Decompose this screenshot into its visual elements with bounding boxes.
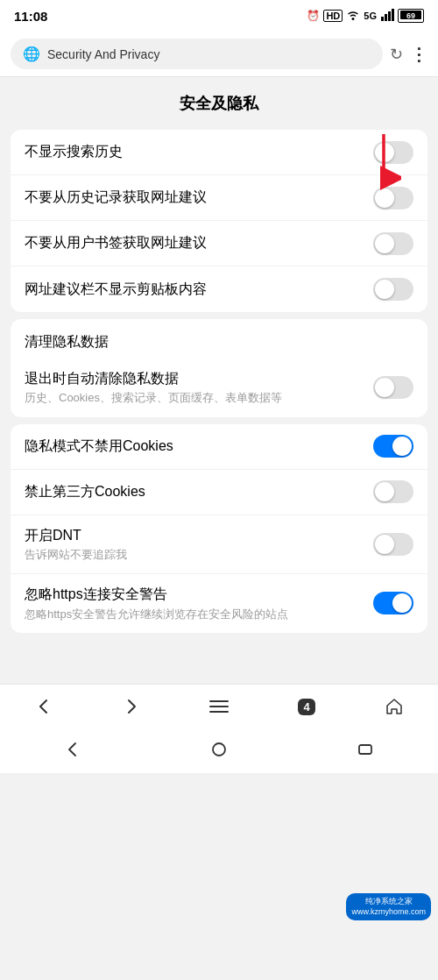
home-bar [0, 729, 438, 773]
card-clear-privacy: 清理隐私数据 退出时自动清除隐私数据 历史、Cookies、搜索记录、页面缓存、… [11, 319, 427, 417]
toggle-knob [392, 437, 412, 456]
setting-no-url-from-bookmarks[interactable]: 不要从用户书签获取网址建议 [11, 221, 427, 266]
setting-enable-dnt[interactable]: 开启DNT 告诉网站不要追踪我 [11, 515, 427, 575]
svg-rect-1 [381, 17, 384, 21]
card-cookies-privacy: 隐私模式不禁用Cookies 禁止第三方Cookies 开启DNT 告诉网站不要… [11, 424, 427, 633]
reload-button[interactable]: ↻ [390, 45, 403, 64]
android-home-button[interactable] [200, 734, 238, 765]
toggle-knob [392, 593, 412, 613]
hd-icon: HD [323, 10, 343, 22]
signal-icon: 5G [364, 11, 377, 21]
setting-label: 忽略https连接安全警告 [25, 585, 373, 604]
setting-ignore-https-warnings[interactable]: 忽略https连接安全警告 忽略https安全警告允许继续浏览存在安全风险的站点 [11, 574, 427, 633]
setting-label: 退出时自动清除隐私数据 [25, 369, 373, 388]
battery-icon: 69 [398, 9, 424, 23]
page-title: 安全及隐私 [180, 95, 258, 112]
setting-no-url-from-history[interactable]: 不要从历史记录获取网址建议 [11, 175, 427, 221]
back-button[interactable] [25, 691, 63, 722]
setting-label: 开启DNT [25, 526, 373, 545]
toggle-ignore-https-warnings[interactable] [373, 592, 413, 614]
menu-button[interactable] [200, 691, 238, 722]
toggle-knob [375, 188, 394, 208]
svg-point-0 [352, 18, 355, 20]
setting-label: 不显示搜索历史 [25, 142, 373, 161]
section-clear-privacy: 清理隐私数据 [11, 319, 427, 359]
toggle-no-clipboard-in-bar[interactable] [373, 278, 413, 301]
toggle-no-url-from-bookmarks[interactable] [373, 232, 413, 255]
setting-label: 不要从历史记录获取网址建议 [25, 188, 373, 207]
android-recents-button[interactable] [346, 734, 385, 765]
svg-rect-3 [388, 11, 391, 21]
setting-label: 网址建议栏不显示剪贴板内容 [25, 280, 373, 299]
toggle-knob [375, 234, 394, 253]
address-bar: 🌐 Security And Privacy ↻ ⋮ [0, 32, 438, 77]
setting-hide-search-history[interactable]: 不显示搜索历史 [11, 130, 427, 175]
wifi-icon [346, 9, 360, 24]
setting-auto-clear-on-exit[interactable]: 退出时自动清除隐私数据 历史、Cookies、搜索记录、页面缓存、表单数据等 [11, 359, 427, 417]
svg-rect-4 [392, 9, 394, 21]
toggle-knob [375, 280, 394, 299]
toggle-block-third-party-cookies[interactable] [373, 480, 413, 503]
setting-label: 禁止第三方Cookies [25, 482, 373, 501]
more-button[interactable]: ⋮ [410, 44, 427, 65]
setting-private-mode-cookies[interactable]: 隐私模式不禁用Cookies [11, 424, 427, 470]
toggle-knob [375, 482, 394, 501]
setting-desc: 忽略https安全警告允许继续浏览存在安全风险的站点 [25, 607, 373, 622]
page-title-section: 安全及隐私 [0, 77, 438, 123]
toggle-knob [375, 535, 394, 554]
signal-bars-icon [380, 9, 394, 24]
toggle-enable-dnt[interactable] [373, 533, 413, 556]
address-input-box[interactable]: 🌐 Security And Privacy [11, 39, 383, 69]
watermark: 纯净系统之家 www.kzmyhome.com [346, 893, 431, 920]
status-time: 11:08 [14, 9, 47, 24]
status-icons: ⏰ HD 5G 69 [307, 9, 424, 24]
tab-count: 4 [298, 699, 314, 715]
globe-icon: 🌐 [23, 46, 40, 62]
toggle-knob [375, 378, 394, 397]
battery-level: 69 [406, 11, 415, 20]
bottom-nav: 4 [0, 684, 438, 729]
android-back-button[interactable] [53, 734, 92, 765]
forward-button[interactable] [112, 691, 151, 722]
home-button[interactable] [375, 691, 413, 722]
toggle-hide-search-history[interactable] [373, 141, 413, 164]
toggle-no-url-from-history[interactable] [373, 187, 413, 209]
status-bar: 11:08 ⏰ HD 5G 69 [0, 0, 438, 32]
svg-rect-2 [385, 14, 387, 21]
address-text: Security And Privacy [47, 47, 371, 61]
setting-label: 隐私模式不禁用Cookies [25, 437, 373, 456]
setting-desc: 历史、Cookies、搜索记录、页面缓存、表单数据等 [25, 390, 373, 406]
svg-point-9 [213, 743, 225, 756]
svg-rect-10 [359, 745, 371, 754]
toggle-knob [375, 143, 394, 162]
tabs-button[interactable]: 4 [287, 691, 326, 722]
toggle-private-mode-cookies[interactable] [373, 435, 413, 458]
setting-no-clipboard-in-bar[interactable]: 网址建议栏不显示剪贴板内容 [11, 266, 427, 312]
setting-desc: 告诉网站不要追踪我 [25, 547, 373, 563]
setting-block-third-party-cookies[interactable]: 禁止第三方Cookies [11, 470, 427, 515]
toggle-auto-clear-on-exit[interactable] [373, 376, 413, 399]
card-search-history: 不显示搜索历史 不要从历史记录获取网址建议 不要从用户书签获取网址建议 网址建议… [11, 130, 427, 312]
alarm-icon: ⏰ [307, 10, 320, 22]
setting-label: 不要从用户书签获取网址建议 [25, 233, 373, 252]
